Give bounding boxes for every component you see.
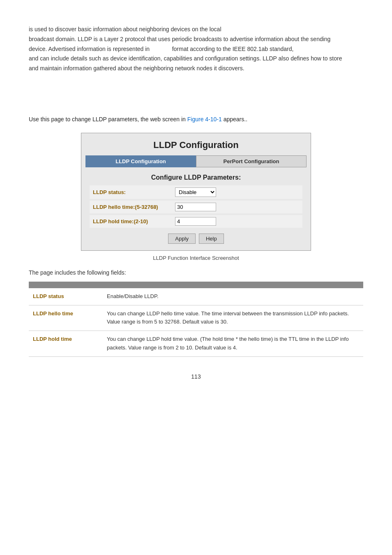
lldp-hello-time-input[interactable] [175,203,299,211]
field-description: You can change LLDP hold time value. (Th… [103,331,363,357]
use-page-intro: Use this page to change LLDP parameters,… [29,115,363,125]
tab-perport-configuration[interactable]: PerPort Configuration [196,155,307,167]
use-page-text: Use this page to change LLDP parameters,… [29,116,186,123]
figure-link[interactable]: Figure 4-10-1 [187,116,222,123]
fields-table: LLDP statusEnable/Disable LLDP.LLDP hell… [29,282,363,357]
field-name: LLDP status [29,288,103,305]
lldp-form: LLDP status: Disable Enable LLDP hello t… [90,185,302,228]
lldp-hold-time-field[interactable] [175,217,216,226]
configure-title: Configure LLDP Parameters: [81,174,311,181]
col-description [103,282,363,288]
table-row: LLDP hold timeYou can change LLDP hold t… [29,331,363,357]
lldp-hold-time-label: LLDP hold time:(2-10) [93,218,175,224]
table-row: LLDP statusEnable/Disable LLDP. [29,288,363,305]
lldp-buttons: Apply Help [81,234,311,244]
table-header-row [29,282,363,288]
intro-line1: is used to discover basic information ab… [29,26,221,32]
page-number: 113 [29,373,363,380]
use-page-text2: appears.. [224,116,247,123]
lldp-status-label: LLDP status: [93,189,175,195]
intro-line4: and can include details such as device i… [29,55,342,62]
col-field [29,282,103,288]
lldp-status-row: LLDP status: Disable Enable [90,185,302,199]
lldp-hello-time-field[interactable] [175,203,216,211]
lldp-status-input[interactable]: Disable Enable [175,187,299,197]
lldp-status-select[interactable]: Disable Enable [175,187,216,197]
intro-line2: broadcast domain. LLDP is a Layer 2 prot… [29,36,330,42]
lldp-box-title: LLDP Configuration [81,133,311,155]
field-name: LLDP hold time [29,331,103,357]
intro-line3a: device. Advertised information is repres… [29,46,150,52]
field-description: You can change LLDP hello time value. Th… [103,305,363,331]
intro-line3b: format according to the IEEE 802.1ab sta… [172,46,294,52]
intro-line5: and maintain information gathered about … [29,65,244,72]
field-name: LLDP hello time [29,305,103,331]
lldp-config-box: LLDP Configuration LLDP Configuration Pe… [81,133,311,251]
fields-intro: The page includes the following fields: [29,269,363,276]
lldp-hold-time-input[interactable] [175,217,299,226]
field-description: Enable/Disable LLDP. [103,288,363,305]
help-button[interactable]: Help [199,234,224,244]
table-row: LLDP hello timeYou can change LLDP hello… [29,305,363,331]
tab-lldp-configuration[interactable]: LLDP Configuration [85,155,196,167]
apply-button[interactable]: Apply [168,234,196,244]
lldp-hello-time-row: LLDP hello time:(5-32768) [90,201,302,213]
lldp-hello-time-label: LLDP hello time:(5-32768) [93,204,175,210]
lldp-tabs: LLDP Configuration PerPort Configuration [85,155,307,167]
intro-paragraph: is used to discover basic information ab… [29,25,363,74]
lldp-hold-time-row: LLDP hold time:(2-10) [90,215,302,228]
lldp-caption: LLDP Function Interface Screenshot [29,255,363,261]
